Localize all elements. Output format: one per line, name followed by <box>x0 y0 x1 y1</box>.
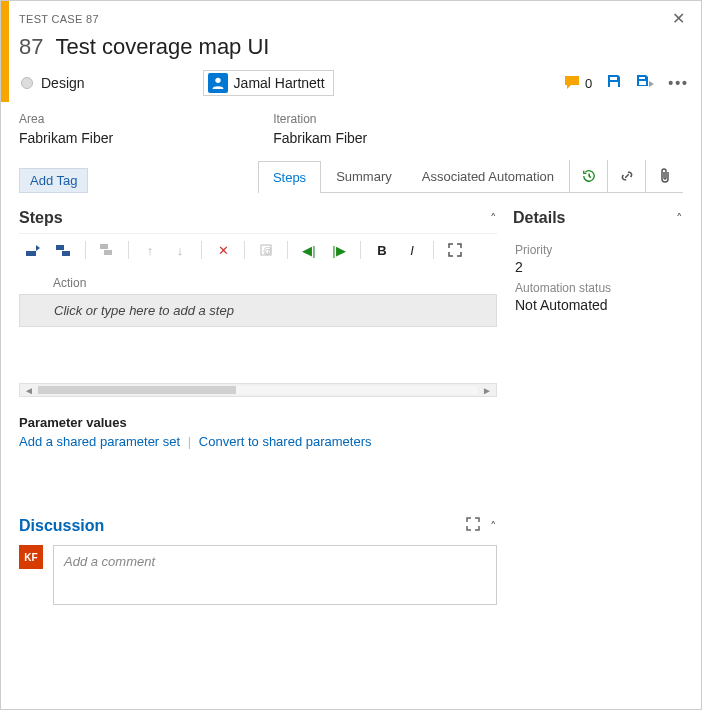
close-icon[interactable]: ✕ <box>668 9 689 28</box>
convert-shared-parameters-link[interactable]: Convert to shared parameters <box>199 434 372 449</box>
comment-input[interactable]: Add a comment <box>53 545 497 605</box>
links-icon[interactable] <box>607 160 645 192</box>
title-row: 87 Test coverage map UI <box>19 34 689 60</box>
assignee-name: Jamal Hartnett <box>234 75 325 91</box>
parameter-links: Add a shared parameter set | Convert to … <box>19 434 497 449</box>
tags-tabs-row: Add Tag Steps Summary Associated Automat… <box>19 160 683 193</box>
area-field[interactable]: Area Fabrikam Fiber <box>19 112 113 146</box>
separator <box>287 241 288 259</box>
svg-rect-2 <box>56 245 64 250</box>
tab-strip: Steps Summary Associated Automation <box>258 160 683 193</box>
header-actions: 0 ••• <box>565 73 689 93</box>
steps-column: Steps ˄ ↑ ↓ ✕ @ ◀| |▶ <box>19 203 497 605</box>
separator <box>85 241 86 259</box>
insert-param-icon[interactable]: @ <box>255 240 277 260</box>
scroll-track[interactable] <box>38 386 478 394</box>
steps-section-title: Steps <box>19 209 63 227</box>
automation-status-value[interactable]: Not Automated <box>515 297 681 313</box>
separator <box>128 241 129 259</box>
scroll-thumb[interactable] <box>38 386 236 394</box>
discussion-title: Discussion <box>19 517 104 535</box>
outdent-icon[interactable]: ◀| <box>298 240 320 260</box>
separator <box>360 241 361 259</box>
tab-associated-automation[interactable]: Associated Automation <box>407 160 569 192</box>
indent-icon[interactable]: |▶ <box>328 240 350 260</box>
chevron-up-icon[interactable]: ˄ <box>490 211 497 226</box>
meta-row: Design Jamal Hartnett 0 <box>19 70 689 96</box>
history-icon[interactable] <box>569 160 607 192</box>
tab-summary[interactable]: Summary <box>321 160 407 192</box>
priority-value[interactable]: 2 <box>515 259 681 275</box>
separator: | <box>188 434 191 449</box>
move-up-icon[interactable]: ↑ <box>139 240 161 260</box>
more-actions-icon[interactable]: ••• <box>668 75 689 91</box>
tab-steps[interactable]: Steps <box>258 161 321 193</box>
create-shared-steps-icon[interactable] <box>96 240 118 260</box>
add-tag-button[interactable]: Add Tag <box>19 168 88 193</box>
grid-column-header: Action <box>19 272 497 294</box>
state-dot-icon <box>21 77 33 89</box>
svg-rect-1 <box>26 251 36 256</box>
steps-toolbar: ↑ ↓ ✕ @ ◀| |▶ B I <box>19 233 497 266</box>
insert-step-icon[interactable] <box>23 240 45 260</box>
discussion-input-row: KF Add a comment <box>19 545 497 605</box>
type-row: TEST CASE 87 ✕ <box>19 9 689 28</box>
state-picker[interactable]: Design <box>21 75 85 91</box>
user-avatar: KF <box>19 545 43 569</box>
details-header: Details ˄ <box>513 203 683 233</box>
state-label: Design <box>41 75 85 91</box>
work-item-type-label: TEST CASE 87 <box>19 13 99 25</box>
svg-text:@: @ <box>263 246 272 256</box>
fullscreen-icon[interactable] <box>466 517 480 535</box>
svg-rect-5 <box>104 250 112 255</box>
accent-bar <box>1 1 9 102</box>
iteration-value: Fabrikam Fiber <box>273 130 367 146</box>
add-step-placeholder[interactable]: Click or type here to add a step <box>19 294 497 327</box>
delete-step-icon[interactable]: ✕ <box>212 240 234 260</box>
fullscreen-icon[interactable] <box>444 240 466 260</box>
steps-header: Steps ˄ <box>19 203 497 233</box>
work-item-dialog: TEST CASE 87 ✕ 87 Test coverage map UI D… <box>0 0 702 710</box>
save-icon[interactable] <box>606 73 622 93</box>
iteration-field[interactable]: Iteration Fabrikam Fiber <box>273 112 367 146</box>
details-column: Details ˄ Priority 2 Automation status N… <box>513 203 683 605</box>
area-value: Fabrikam Fiber <box>19 130 113 146</box>
scroll-right-icon[interactable]: ► <box>482 385 492 396</box>
add-shared-parameter-link[interactable]: Add a shared parameter set <box>19 434 180 449</box>
main-columns: Steps ˄ ↑ ↓ ✕ @ ◀| |▶ <box>19 203 683 605</box>
work-item-title[interactable]: Test coverage map UI <box>55 34 269 60</box>
assignee-picker[interactable]: Jamal Hartnett <box>203 70 334 96</box>
separator <box>433 241 434 259</box>
chevron-up-icon[interactable]: ˄ <box>676 211 683 226</box>
svg-rect-3 <box>62 251 70 256</box>
separator <box>244 241 245 259</box>
discussion-section: Discussion ˄ KF Add a comment <box>19 517 497 605</box>
discussion-header: Discussion ˄ <box>19 517 497 535</box>
body: Area Fabrikam Fiber Iteration Fabrikam F… <box>1 102 701 605</box>
svg-rect-4 <box>100 244 108 249</box>
move-down-icon[interactable]: ↓ <box>169 240 191 260</box>
horizontal-scrollbar[interactable]: ◄ ► <box>19 383 497 397</box>
classification-row: Area Fabrikam Fiber Iteration Fabrikam F… <box>19 112 683 146</box>
header: TEST CASE 87 ✕ 87 Test coverage map UI D… <box>1 1 701 102</box>
insert-shared-step-icon[interactable] <box>53 240 75 260</box>
save-close-icon[interactable] <box>636 73 654 93</box>
comment-count: 0 <box>585 76 592 91</box>
bold-icon[interactable]: B <box>371 240 393 260</box>
discussion-tools: ˄ <box>466 517 497 535</box>
chevron-up-icon[interactable]: ˄ <box>490 519 497 534</box>
iteration-label: Iteration <box>273 112 367 126</box>
work-item-id: 87 <box>19 34 43 60</box>
scroll-left-icon[interactable]: ◄ <box>24 385 34 396</box>
steps-grid: Action Click or type here to add a step … <box>19 272 497 397</box>
details-section-title: Details <box>513 209 565 227</box>
comments-button[interactable]: 0 <box>565 76 592 91</box>
separator <box>201 241 202 259</box>
avatar-icon <box>208 73 228 93</box>
automation-status-label: Automation status <box>515 281 681 295</box>
svg-point-0 <box>215 78 220 83</box>
italic-icon[interactable]: I <box>401 240 423 260</box>
priority-label: Priority <box>515 243 681 257</box>
attachments-icon[interactable] <box>645 160 683 192</box>
comment-placeholder: Add a comment <box>64 554 155 569</box>
